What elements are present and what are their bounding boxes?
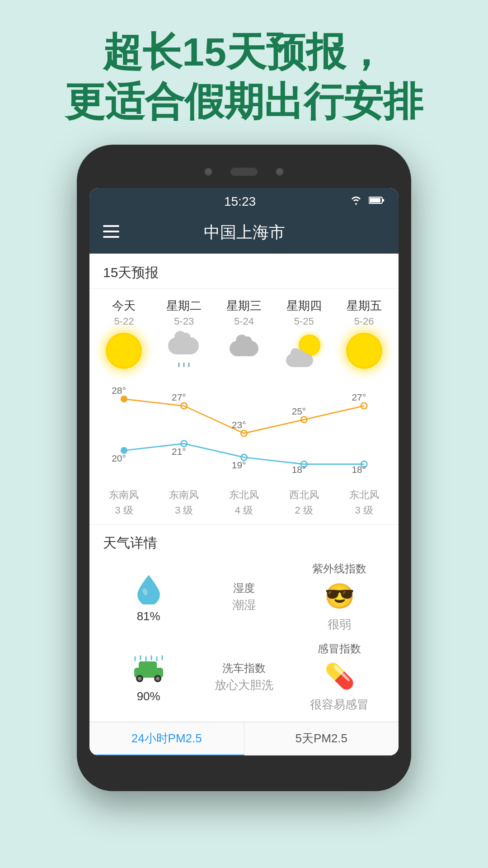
wind-lvl-5: 3 级 [355,504,373,517]
weather-icon-2 [166,333,202,369]
svg-point-30 [156,677,160,680]
svg-rect-2 [382,199,384,202]
uv-face-icon: 😎 [324,582,355,610]
temp-chart-svg: 28° 27° 23° 25° 27° [94,382,394,476]
detail-carwash-icon-cell: 90% [103,651,194,703]
tab-pm25-5day[interactable]: 5天PM2.5 [244,722,399,755]
svg-text:20°: 20° [112,453,126,463]
day-date-1: 5-22 [114,316,134,327]
wind-grid: 东南风 3 级 东南风 3 级 东北风 4 级 西北风 2 级 [89,486,399,525]
cold-label: 感冒指数 [318,642,361,656]
wind-lvl-4: 2 级 [295,504,313,517]
wind-dir-2: 东南风 [169,488,199,502]
wind-col-4: 西北风 2 级 [274,486,334,520]
app-header: 中国上海市 [89,213,399,254]
status-time: 15:23 [130,194,350,209]
carwash-label: 洗车指数 [222,661,266,675]
main-content: 15天预报 今天 5-22 星期二 5-23 [89,254,399,755]
wind-col-1: 东南风 3 级 [94,486,154,520]
weather-icon-3 [226,333,262,369]
detail-carwash-label-cell: 洗车指数 放心大胆洗 [198,661,289,693]
pill-icon: 💊 [321,658,357,694]
svg-text:23°: 23° [232,420,246,430]
pill-emoji-icon: 💊 [324,662,355,690]
sun-icon-1 [106,333,142,369]
uv-sub: 很弱 [328,617,351,632]
weather-icon-4 [286,333,322,369]
day-date-4: 5-25 [294,316,314,327]
svg-point-28 [138,677,141,680]
wind-lvl-3: 4 级 [235,504,253,517]
svg-text:27°: 27° [172,392,186,402]
svg-text:25°: 25° [292,406,306,416]
weather-icon-5 [346,333,382,369]
battery-icon [369,196,385,208]
day-name-3: 星期三 [226,298,262,314]
wind-dir-3: 东北风 [229,488,259,502]
partly-cloudy-icon [286,333,322,369]
detail-humidity-icon-cell: 81% [103,571,194,623]
status-icons [350,196,385,208]
svg-text:27°: 27° [352,392,366,402]
detail-grid: 81% 湿度 潮湿 紫外线指数 😎 [103,561,385,712]
svg-rect-5 [103,236,119,238]
svg-rect-4 [103,231,119,232]
sun-icon-5 [346,333,382,369]
temp-dot-high-1 [121,396,127,402]
detail-cold-cell: 感冒指数 💊 很容易感冒 [294,642,385,712]
wind-dir-5: 东北风 [349,488,379,502]
tab-pm25-24h[interactable]: 24小时PM2.5 [89,722,244,755]
detail-section-title: 天气详情 [103,534,385,552]
weather-grid: 今天 5-22 星期二 5-23 [89,289,399,377]
day-name-4: 星期四 [286,298,322,314]
bottom-tabs: 24小时PM2.5 5天PM2.5 [89,722,399,755]
day-name-2: 星期二 [166,298,202,314]
svg-rect-26 [139,661,157,670]
forecast-section-title: 15天预报 [89,254,399,289]
phone-body: 15:23 中国上海市 1 [77,145,411,791]
weather-col-3: 星期三 5-24 [214,293,274,377]
wind-dir-4: 西北风 [289,488,319,502]
humidity-sub: 潮湿 [232,597,256,613]
carwash-value: 90% [137,689,160,703]
water-drop-icon [131,571,167,607]
weather-icon-1 [106,333,142,369]
sensor-dot [276,168,284,176]
cloud-rain-icon [166,333,202,369]
phone-frame: 15:23 中国上海市 1 [0,145,488,791]
cloud-icon [226,333,262,369]
wind-col-2: 东南风 3 级 [154,486,214,520]
day-name-5: 星期五 [347,298,382,314]
weather-col-1: 今天 5-22 [94,293,154,377]
wind-lvl-1: 3 级 [115,504,133,517]
detail-section: 天气详情 81% [89,525,399,722]
svg-text:21°: 21° [172,446,186,457]
headline-line1: 超长15天预报， [0,27,488,77]
day-date-3: 5-24 [234,316,254,327]
svg-text:19°: 19° [232,460,246,470]
wind-col-5: 东北风 3 级 [334,486,394,520]
car-wash-icon [131,651,167,687]
svg-text:18°: 18° [292,464,306,475]
weather-col-5: 星期五 5-26 [334,293,394,377]
detail-humidity-label-cell: 湿度 潮湿 [198,581,289,613]
day-date-2: 5-23 [174,316,194,327]
wifi-icon [350,196,362,208]
cold-sub: 很容易感冒 [310,697,369,712]
weather-col-4: 星期四 5-25 [274,293,334,377]
weather-col-2: 星期二 5-23 [154,293,214,377]
phone-screen: 15:23 中国上海市 1 [89,188,399,755]
app-city-title: 中国上海市 [128,222,361,244]
speaker [230,168,258,176]
wind-col-3: 东北风 4 级 [214,486,274,520]
humidity-value: 81% [137,609,160,623]
hamburger-icon[interactable] [103,224,119,241]
detail-uv-cell: 紫外线指数 😎 很弱 [294,561,385,632]
wind-lvl-2: 3 级 [175,504,193,517]
svg-text:28°: 28° [112,385,126,396]
camera-dot [204,168,212,176]
headline-line2: 更适合假期出行安排 [0,77,488,127]
uv-label: 紫外线指数 [312,561,366,576]
phone-top-bar [89,158,399,185]
svg-rect-1 [370,198,380,203]
